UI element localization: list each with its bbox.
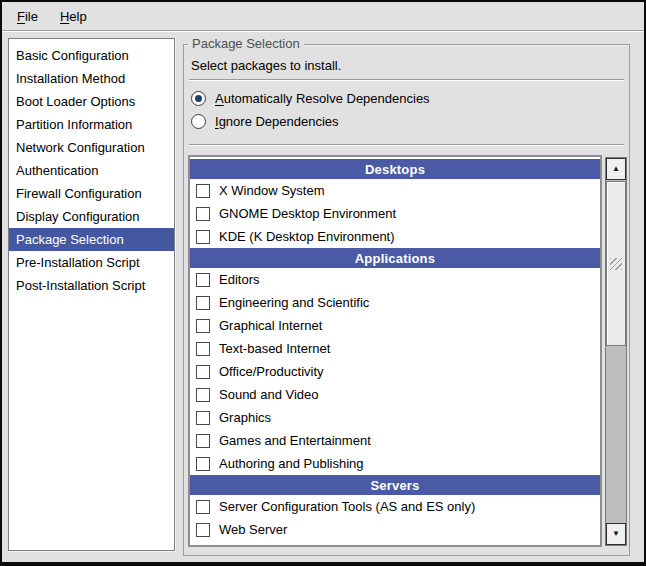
sidebar-item-partition-information[interactable]: Partition Information <box>9 113 174 136</box>
dependency-options: Automatically Resolve DependenciesIgnore… <box>191 87 619 133</box>
menu-file[interactable]: File <box>6 4 49 29</box>
radio-selected-icon[interactable] <box>191 91 206 106</box>
checkbox-unchecked[interactable] <box>196 184 210 198</box>
menu-help[interactable]: Help <box>49 4 98 29</box>
separator <box>189 144 624 146</box>
package-label: Web Server <box>219 522 287 537</box>
package-label: Graphical Internet <box>219 318 322 333</box>
up-arrow-icon: ▲ <box>612 165 620 173</box>
sidebar-nav: Basic ConfigurationInstallation MethodBo… <box>8 38 175 551</box>
package-row-engineering-and-scientific[interactable]: Engineering and Scientific <box>190 291 600 314</box>
package-selection-frame: Package Selection Select packages to ins… <box>183 44 630 556</box>
package-row-graphics[interactable]: Graphics <box>190 406 600 429</box>
package-label: Server Configuration Tools (AS and ES on… <box>219 499 475 514</box>
package-label: Editors <box>219 272 259 287</box>
down-arrow-icon: ▼ <box>612 530 620 538</box>
package-list: DesktopsX Window SystemGNOME Desktop Env… <box>188 155 602 547</box>
package-label: Text-based Internet <box>219 341 330 356</box>
package-row-x-window-system[interactable]: X Window System <box>190 179 600 202</box>
sidebar-item-package-selection[interactable]: Package Selection <box>9 228 174 251</box>
radio-row-ignore-dependencies[interactable]: Ignore Dependencies <box>191 110 619 133</box>
package-label: Graphics <box>219 410 271 425</box>
label: File <box>17 9 38 24</box>
frame-title: Package Selection <box>188 36 304 52</box>
package-label: Authoring and Publishing <box>219 456 364 471</box>
sidebar-item-basic-configuration[interactable]: Basic Configuration <box>9 44 174 67</box>
package-row-authoring-and-publishing[interactable]: Authoring and Publishing <box>190 452 600 475</box>
checkbox-unchecked[interactable] <box>196 296 210 310</box>
sidebar-item-firewall-configuration[interactable]: Firewall Configuration <box>9 182 174 205</box>
checkbox-unchecked[interactable] <box>196 230 210 244</box>
checkbox-unchecked[interactable] <box>196 273 210 287</box>
group-header-desktops: Desktops <box>190 159 600 179</box>
package-row-text-based-internet[interactable]: Text-based Internet <box>190 337 600 360</box>
package-label: Office/Productivity <box>219 364 324 379</box>
scrollbar-thumb[interactable] <box>606 181 626 346</box>
package-row-editors[interactable]: Editors <box>190 268 600 291</box>
package-label: X Window System <box>219 183 324 198</box>
package-row-server-configuration-tools-as-and-es-only[interactable]: Server Configuration Tools (AS and ES on… <box>190 495 600 518</box>
package-row-kde-k-desktop-environment[interactable]: KDE (K Desktop Environment) <box>190 225 600 248</box>
checkbox-unchecked[interactable] <box>196 342 210 356</box>
separator <box>189 79 624 81</box>
radio-row-automatically-resolve-dependencies[interactable]: Automatically Resolve Dependencies <box>191 87 619 110</box>
instruction-text: Select packages to install. <box>191 58 341 73</box>
label: Automatically Resolve Dependencies <box>215 91 430 106</box>
scroll-down-button[interactable]: ▼ <box>606 523 626 545</box>
scroll-up-button[interactable]: ▲ <box>606 158 626 180</box>
sidebar-item-boot-loader-options[interactable]: Boot Loader Options <box>9 90 174 113</box>
checkbox-unchecked[interactable] <box>196 388 210 402</box>
checkbox-unchecked[interactable] <box>196 500 210 514</box>
package-row-graphical-internet[interactable]: Graphical Internet <box>190 314 600 337</box>
checkbox-unchecked[interactable] <box>196 457 210 471</box>
checkbox-unchecked[interactable] <box>196 365 210 379</box>
label: Help <box>60 9 87 24</box>
label: Ignore Dependencies <box>215 114 339 129</box>
checkbox-unchecked[interactable] <box>196 411 210 425</box>
package-label: KDE (K Desktop Environment) <box>219 229 395 244</box>
checkbox-unchecked[interactable] <box>196 523 210 537</box>
menubar: FileHelp <box>2 2 644 31</box>
package-label: GNOME Desktop Environment <box>219 206 396 221</box>
sidebar-item-display-configuration[interactable]: Display Configuration <box>9 205 174 228</box>
sidebar-item-pre-installation-script[interactable]: Pre-Installation Script <box>9 251 174 274</box>
kickstart-configurator-window: FileHelp Basic ConfigurationInstallation… <box>0 0 646 566</box>
checkbox-unchecked[interactable] <box>196 207 210 221</box>
package-label: Engineering and Scientific <box>219 295 369 310</box>
package-row-web-server[interactable]: Web Server <box>190 518 600 541</box>
sidebar-item-network-configuration[interactable]: Network Configuration <box>9 136 174 159</box>
radio-unselected-icon[interactable] <box>191 114 206 129</box>
package-row-gnome-desktop-environment[interactable]: GNOME Desktop Environment <box>190 202 600 225</box>
package-label: Games and Entertainment <box>219 433 371 448</box>
package-row-office-productivity[interactable]: Office/Productivity <box>190 360 600 383</box>
package-row-games-and-entertainment[interactable]: Games and Entertainment <box>190 429 600 452</box>
checkbox-unchecked[interactable] <box>196 319 210 333</box>
thumb-grip-icon <box>610 258 622 270</box>
sidebar-item-installation-method[interactable]: Installation Method <box>9 67 174 90</box>
package-label: Sound and Video <box>219 387 319 402</box>
package-row-sound-and-video[interactable]: Sound and Video <box>190 383 600 406</box>
sidebar-item-authentication[interactable]: Authentication <box>9 159 174 182</box>
group-header-servers: Servers <box>190 475 600 495</box>
sidebar-item-post-installation-script[interactable]: Post-Installation Script <box>9 274 174 297</box>
group-header-applications: Applications <box>190 248 600 268</box>
checkbox-unchecked[interactable] <box>196 434 210 448</box>
package-list-scrollbar[interactable]: ▲ ▼ <box>605 157 627 546</box>
